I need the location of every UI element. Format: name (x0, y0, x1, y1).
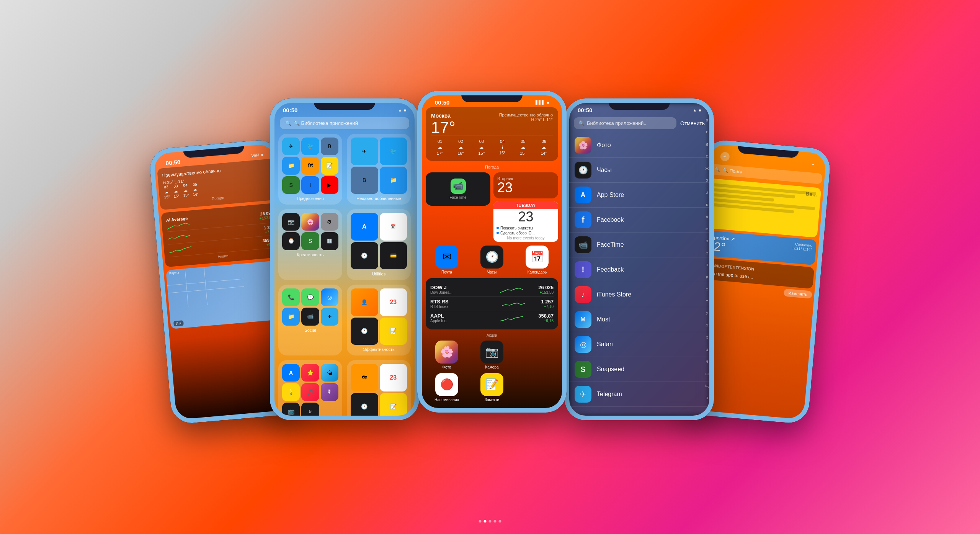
app-wallet-1[interactable]: 💳 (380, 242, 407, 270)
app-maps-1[interactable]: 🗺 (301, 157, 319, 174)
app-files-1[interactable]: 📁 (282, 157, 300, 174)
bottom-app-calendar[interactable]: 📅 Календарь (516, 246, 558, 274)
app-list-name-appstore: App Store (597, 192, 624, 198)
app-messages-1[interactable]: 💬 (301, 288, 319, 306)
dot-2[interactable] (484, 520, 487, 523)
wh-3: 03☁15° (473, 139, 490, 156)
app-item-facetime[interactable]: 📹 FaceTime (568, 233, 710, 257)
app-item-facebook[interactable]: f Facebook (568, 208, 710, 233)
app-item-itunes[interactable]: ♪ iTunes Store (568, 282, 710, 307)
edit-button[interactable]: Изменить (784, 288, 812, 298)
app-list-icon-feedback: ! (575, 261, 591, 278)
bottom-app-mail[interactable]: ✉ Почта (426, 246, 468, 274)
stock-change-aapl: +9,16 (538, 319, 554, 323)
app-telegram-2[interactable]: ✈ (351, 138, 378, 165)
app-clock-3[interactable]: 🕐 (351, 393, 378, 417)
app-vk-1[interactable]: В (321, 138, 338, 155)
app-list-name-telegram: Telegram (597, 391, 622, 398)
app-vk-2[interactable]: В (351, 167, 378, 194)
app-yt-1[interactable]: ▶ (321, 176, 338, 194)
app-item-snapseed[interactable]: S Snapseed (568, 357, 710, 382)
app-notes-2[interactable]: 📝 (380, 318, 407, 345)
app-twitter-1[interactable]: 🐦 (301, 138, 319, 155)
bottom-app-notes[interactable]: 📝 Заметки (471, 373, 513, 402)
app-fb-1[interactable]: f (301, 176, 319, 194)
svg-line-2 (185, 269, 188, 307)
folder-entertainment[interactable]: A ⭐ 🌤 💡 🎵 🎙 📺 tv (278, 360, 342, 416)
folder-efficiency[interactable]: 👤 23 🕐 📝 Эффективность (347, 285, 411, 355)
power-button-5 (825, 211, 828, 231)
app-music-1[interactable]: 🎵 (301, 383, 319, 401)
app-clock-1[interactable]: 🕐 (351, 242, 378, 270)
app-tv2-1[interactable]: tv (301, 403, 319, 416)
search-text-library: 🔍 Библиотека приложений (294, 120, 358, 126)
app-item-feedback[interactable]: ! Feedback (568, 257, 710, 282)
app-safari-1[interactable]: ◎ (321, 288, 338, 306)
phone-center-right: 00:50 ▲ ■ 🔍 Библиотека приложений... Отм… (565, 98, 714, 420)
folder-apps-social: 📞 💬 ◎ 📁 📹 ✈ (282, 288, 338, 326)
vol-up-1 (152, 203, 154, 216)
app-telegram-3[interactable]: ✈ (321, 308, 338, 325)
app-clock-2[interactable]: 🕐 (351, 318, 378, 345)
app-tips-1[interactable]: 💡 (282, 383, 300, 401)
folder-social[interactable]: 📞 💬 ◎ 📁 📹 ✈ Social (278, 285, 342, 355)
plus-btn-5[interactable]: + (720, 152, 730, 162)
search-bar-library[interactable]: 🔍 🔍 Библиотека приложений (280, 117, 409, 129)
dot-3[interactable] (489, 520, 492, 523)
status-icons-5: − (812, 162, 815, 166)
notes-widget-container: − Ва... (705, 178, 821, 238)
minus-btn-5[interactable]: − (812, 162, 815, 166)
app-notes-3[interactable]: 📝 (380, 393, 407, 417)
app-facetime-1[interactable]: 📹 (301, 308, 319, 325)
folder-utilities2[interactable]: 🗺 23 🕐 📝 (347, 360, 411, 416)
app-twitter-2[interactable]: 🐦 (380, 138, 407, 165)
app-weather-1[interactable]: 🌤 (321, 364, 338, 382)
app-settings-1[interactable]: ⚙ (321, 213, 338, 231)
bottom-app-reminders[interactable]: 🔴 Напоминания (426, 373, 468, 402)
app-calc-1[interactable]: 🔢 (321, 232, 338, 250)
app-maps-2[interactable]: 🗺 (351, 364, 378, 391)
app-appstore-1[interactable]: A (351, 213, 378, 241)
app-phone-1[interactable]: 📞 (282, 288, 300, 306)
status-time-4: 00:50 (578, 107, 592, 113)
app-calendar-2[interactable]: 23 (380, 288, 407, 316)
app-item-must[interactable]: M Must (568, 307, 710, 332)
app-podcasts-1[interactable]: 🎙 (321, 383, 338, 401)
app-files-2[interactable]: 📁 (380, 167, 407, 194)
folder-utilities[interactable]: A 📅 🕐 💳 Utilities (347, 209, 411, 280)
dot-4[interactable] (494, 520, 497, 523)
app-watch-1[interactable]: ⌚ (282, 232, 300, 250)
search-bar-4[interactable]: 🔍 Библиотека приложений... (574, 117, 676, 129)
folder-suggestions[interactable]: ✈ 🐦 В 📁 🗺 📝 S f ▶ Предложения (278, 134, 342, 205)
cancel-button-4[interactable]: Отменить (680, 120, 705, 126)
bottom-app-photos[interactable]: 🌸 Фото (426, 341, 468, 369)
app-item-clock[interactable]: 🕐 Часы (568, 158, 710, 183)
app-photos-1[interactable]: 🌸 (301, 213, 319, 231)
bottom-app-clock[interactable]: 🕐 Часы (471, 246, 513, 274)
app-item-telegram[interactable]: ✈ Telegram (568, 382, 710, 407)
app-camera-1[interactable]: 📷 (282, 213, 300, 231)
app-snapseed-1[interactable]: S (282, 176, 300, 194)
notes-icon: 📝 (480, 373, 503, 396)
dot-1[interactable] (479, 520, 482, 523)
app-files-3[interactable]: 📁 (282, 308, 300, 325)
app-item-appstore[interactable]: A App Store (568, 183, 710, 208)
app-item-photos[interactable]: 🌸 Фото (568, 133, 710, 158)
folder-creative[interactable]: 📷 🌸 ⚙ ⌚ S 🔢 Креативность (278, 209, 342, 280)
app-contacts-1[interactable]: 👤 (351, 288, 378, 316)
app-calendar-3[interactable]: 23 (380, 364, 407, 391)
app-tv-1[interactable]: 📺 (282, 403, 300, 416)
app-notes-1[interactable]: 📝 (321, 157, 338, 174)
app-telegram-1[interactable]: ✈ (282, 138, 300, 155)
app-item-safari[interactable]: ◎ Safari (568, 332, 710, 357)
svg-line-3 (204, 267, 207, 305)
folder-recent[interactable]: ✈ 🐦 В 📁 Недавно добавленные (347, 134, 411, 205)
stock-chart-dow (484, 286, 538, 293)
app-snapseed-2[interactable]: S (301, 232, 319, 250)
bottom-app-camera[interactable]: 📷 Камера (471, 341, 513, 369)
dot-5[interactable] (499, 520, 501, 523)
app-itunes-1[interactable]: ⭐ (301, 364, 319, 382)
app-calendar-1[interactable]: 📅 (380, 213, 407, 241)
facetime-icon[interactable]: 📹 (451, 179, 466, 194)
app-appstore-2[interactable]: A (282, 364, 300, 382)
